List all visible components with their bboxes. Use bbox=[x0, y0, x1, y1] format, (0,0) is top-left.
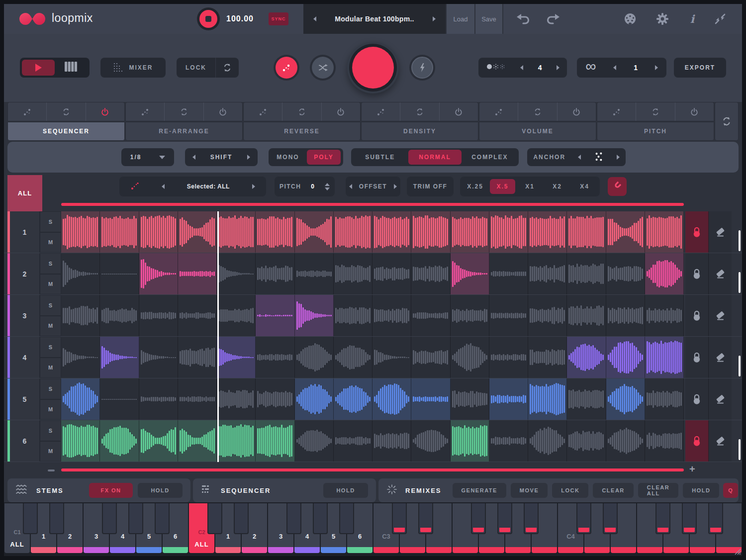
module-power-icon[interactable] bbox=[675, 102, 714, 121]
complexity-complex[interactable]: COMPLEX bbox=[464, 150, 516, 165]
sequencer-hold-button[interactable]: HOLD bbox=[323, 483, 368, 498]
module-refresh-icon[interactable] bbox=[165, 102, 203, 121]
dice-knob[interactable] bbox=[274, 55, 299, 81]
remix-move-button[interactable]: MOVE bbox=[511, 483, 548, 498]
step-cell[interactable] bbox=[100, 420, 139, 462]
select-all-tracks-button[interactable]: ALL bbox=[7, 175, 42, 211]
step-cell[interactable] bbox=[217, 378, 256, 420]
step-cell[interactable] bbox=[256, 295, 294, 336]
speed-x2[interactable]: X2 bbox=[545, 179, 570, 194]
solo-button[interactable]: S bbox=[40, 295, 61, 316]
track-lock-button[interactable] bbox=[685, 253, 709, 294]
step-cell[interactable] bbox=[489, 211, 528, 253]
step-cell[interactable] bbox=[645, 295, 684, 336]
mute-button[interactable]: M bbox=[40, 399, 61, 420]
step-cell[interactable] bbox=[100, 378, 139, 420]
solo-button[interactable]: S bbox=[40, 337, 61, 358]
track-erase-button[interactable] bbox=[709, 295, 732, 336]
track-erase-button[interactable] bbox=[709, 253, 732, 294]
step-cell[interactable] bbox=[528, 253, 567, 294]
step-cell[interactable] bbox=[178, 295, 217, 336]
fx-on-button[interactable]: FX ON bbox=[89, 483, 133, 498]
track-lock-button[interactable] bbox=[685, 295, 709, 336]
module-dice-icon[interactable] bbox=[244, 102, 282, 121]
step-cell[interactable] bbox=[334, 378, 373, 420]
step-cell[interactable] bbox=[489, 253, 528, 294]
tab-pitch[interactable]: PITCH bbox=[597, 122, 714, 141]
black-key[interactable] bbox=[234, 503, 249, 534]
step-cell[interactable] bbox=[61, 337, 100, 378]
step-cell[interactable] bbox=[256, 378, 294, 420]
step-cell[interactable] bbox=[178, 253, 217, 294]
step-cell[interactable] bbox=[567, 295, 606, 336]
shift-right-icon[interactable] bbox=[247, 155, 250, 160]
step-cell[interactable] bbox=[256, 337, 294, 378]
step-cell[interactable] bbox=[567, 253, 606, 294]
step-cell[interactable] bbox=[256, 211, 294, 253]
voice-mono[interactable]: MONO bbox=[271, 150, 305, 165]
module-refresh-icon[interactable] bbox=[400, 102, 439, 121]
step-cell[interactable] bbox=[606, 253, 645, 294]
mixer-button[interactable]: MIXER bbox=[100, 58, 166, 78]
step-cell[interactable] bbox=[411, 211, 450, 253]
module-power-icon[interactable] bbox=[204, 102, 242, 121]
step-cell[interactable] bbox=[645, 420, 684, 462]
step-cell[interactable] bbox=[295, 211, 334, 253]
step-cell[interactable] bbox=[606, 420, 645, 462]
step-cell[interactable] bbox=[61, 253, 100, 294]
module-refresh-icon[interactable] bbox=[282, 102, 321, 121]
black-key[interactable] bbox=[655, 503, 670, 534]
step-cell[interactable] bbox=[373, 378, 411, 420]
variation-next-icon[interactable] bbox=[557, 65, 560, 70]
step-cell[interactable] bbox=[334, 337, 373, 378]
step-cell[interactable] bbox=[567, 337, 606, 378]
remix-clear-all-button[interactable]: CLEAR ALL bbox=[638, 483, 678, 498]
loop-range-bar[interactable] bbox=[61, 203, 684, 206]
preset-name[interactable]: Modular Beat 100bpm.. bbox=[335, 15, 414, 23]
step-cell[interactable] bbox=[411, 253, 450, 294]
tab-sequencer[interactable]: SEQUENCER bbox=[7, 122, 125, 141]
black-key[interactable] bbox=[128, 503, 143, 534]
step-cell[interactable] bbox=[61, 211, 100, 253]
step-cell[interactable] bbox=[61, 378, 100, 420]
speed-x-25[interactable]: X.25 bbox=[463, 179, 488, 194]
black-key[interactable] bbox=[286, 503, 301, 534]
stop-button[interactable] bbox=[197, 7, 220, 30]
solo-button[interactable]: S bbox=[40, 211, 61, 232]
black-key[interactable] bbox=[102, 503, 117, 534]
step-cell[interactable] bbox=[295, 378, 334, 420]
black-key[interactable] bbox=[708, 503, 723, 534]
step-cell[interactable] bbox=[295, 253, 334, 294]
speed-x4[interactable]: X4 bbox=[572, 179, 597, 194]
export-button[interactable]: EXPORT bbox=[674, 58, 726, 78]
speed-x1[interactable]: X1 bbox=[517, 179, 543, 194]
module-refresh-icon[interactable] bbox=[47, 102, 86, 121]
step-cell[interactable] bbox=[139, 295, 178, 336]
step-cell[interactable] bbox=[451, 378, 489, 420]
step-cell[interactable] bbox=[334, 253, 373, 294]
step-cell[interactable] bbox=[411, 420, 450, 462]
step-cell[interactable] bbox=[139, 337, 178, 378]
quantize-button[interactable]: Q bbox=[723, 483, 738, 498]
step-cell[interactable] bbox=[217, 420, 256, 462]
black-key[interactable] bbox=[207, 503, 222, 534]
black-key[interactable] bbox=[392, 503, 407, 534]
step-cell[interactable] bbox=[295, 337, 334, 378]
solo-button[interactable]: S bbox=[40, 420, 61, 441]
zoom-in-button[interactable]: + bbox=[689, 464, 695, 475]
variation-prev-icon[interactable] bbox=[520, 65, 523, 70]
step-cell[interactable] bbox=[139, 253, 178, 294]
module-refresh-icon[interactable] bbox=[518, 102, 557, 121]
track-number[interactable]: 5 bbox=[10, 378, 40, 420]
bpm-display[interactable]: 100.00 bbox=[226, 14, 265, 23]
step-cell[interactable] bbox=[528, 337, 567, 378]
step-cell[interactable] bbox=[295, 420, 334, 462]
module-power-icon[interactable] bbox=[322, 102, 360, 121]
black-key[interactable] bbox=[313, 503, 328, 534]
preset-next-icon[interactable] bbox=[433, 16, 436, 21]
step-cell[interactable] bbox=[100, 295, 139, 336]
step-cell[interactable] bbox=[373, 337, 411, 378]
track-erase-button[interactable] bbox=[709, 337, 732, 378]
remix-lock-button[interactable]: LOCK bbox=[552, 483, 588, 498]
step-cell[interactable] bbox=[411, 378, 450, 420]
